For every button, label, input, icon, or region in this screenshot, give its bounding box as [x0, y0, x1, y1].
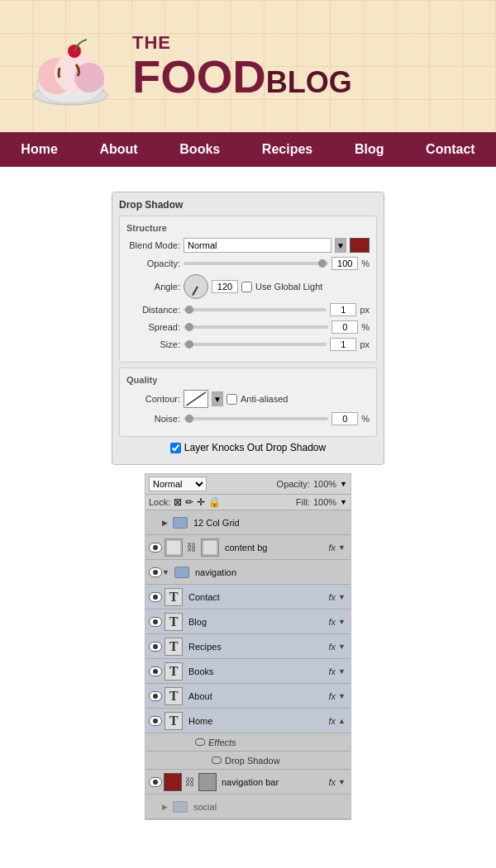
layer-name-social: social [193, 802, 347, 812]
layer-expand-icon-contact: ▼ [338, 593, 346, 601]
nav-recipes[interactable]: Recipes [247, 142, 327, 157]
quality-section: Quality Contour: ▼ Anti-aliased Noise: [119, 368, 377, 437]
layer-books[interactable]: T Books fx ▼ [145, 659, 351, 684]
layer-blog[interactable]: T Blog fx ▼ [145, 609, 351, 634]
effects-label: Effects [208, 738, 236, 747]
structure-section: Structure Blend Mode: Normal Multiply Sc… [119, 216, 377, 363]
blend-mode-row: Blend Mode: Normal Multiply Screen ▼ [126, 238, 370, 253]
layer-knocks-checkbox[interactable] [170, 443, 181, 453]
nav-books[interactable]: Books [165, 142, 235, 157]
nav-home[interactable]: Home [6, 142, 72, 157]
structure-label: Structure [126, 223, 370, 233]
lock-move-icon: ✛ [197, 496, 205, 508]
opacity-input[interactable] [331, 257, 358, 270]
noise-input[interactable] [331, 412, 358, 425]
layer-navigation[interactable]: ▼ navigation [145, 560, 351, 585]
thumb-blog: T [165, 613, 183, 631]
opacity-unit: % [361, 259, 370, 268]
blend-color-swatch[interactable] [350, 238, 370, 253]
anti-alias-checkbox[interactable] [227, 394, 237, 405]
thumb2-content-bg [201, 538, 219, 557]
blend-mode-label: Blend Mode: [126, 240, 180, 250]
layer-12-col-grid[interactable]: ▶ 12 Col Grid [145, 510, 351, 535]
layer-recipes[interactable]: T Recipes fx ▼ [145, 634, 351, 659]
layer-social[interactable]: ▶ social [145, 794, 351, 819]
size-slider[interactable] [184, 343, 327, 346]
fx-badge-nav-bar: fx [329, 777, 336, 787]
lock-label: Lock: [149, 497, 170, 507]
thumb-content-bg [165, 538, 183, 557]
eye-icon-blog[interactable] [149, 617, 162, 627]
eye-icon-about[interactable] [149, 691, 162, 701]
layer-name-content-bg: content bg [225, 543, 329, 553]
layer-content-bg[interactable]: ⛓ content bg fx ▼ [145, 535, 351, 560]
opacity-slider[interactable] [184, 262, 328, 265]
fill-arrow-icon: ▼ [340, 498, 347, 506]
fx-badge-blog: fx [329, 617, 336, 627]
layer-name-contact: Contact [188, 592, 329, 602]
nav-blog[interactable]: Blog [340, 142, 399, 157]
drop-shadow-panel: Drop Shadow Structure Blend Mode: Normal… [112, 192, 384, 465]
size-label: Size: [126, 339, 180, 349]
fx-badge-contact: fx [329, 592, 336, 602]
angle-label: Angle: [126, 282, 180, 292]
fx-badge-books: fx [329, 666, 336, 676]
layer-home[interactable]: T Home fx ▲ [145, 709, 351, 733]
opacity-layers-value: 100% [313, 479, 336, 489]
angle-input[interactable] [212, 280, 238, 293]
eye-icon-contact[interactable] [149, 592, 162, 602]
blend-mode-select[interactable]: Normal Multiply Screen [184, 238, 331, 253]
size-row: Size: px [126, 338, 370, 351]
contour-arrow-icon: ▼ [212, 391, 223, 406]
layer-name-blog: Blog [188, 617, 329, 627]
size-input[interactable] [330, 338, 356, 351]
global-light-row: Use Global Light [241, 282, 322, 292]
distance-input[interactable] [330, 303, 356, 316]
contour-preview[interactable] [184, 390, 208, 408]
header: THE FOOD BLOG [0, 0, 496, 132]
distance-slider[interactable] [184, 308, 327, 311]
layer-name-nav-bar: navigation bar [222, 777, 329, 787]
global-light-checkbox[interactable] [241, 282, 252, 292]
thumb-nav-bar-red [164, 773, 182, 791]
thumb-nav-bar-gray [198, 773, 217, 791]
layer-name-recipes: Recipes [188, 642, 329, 652]
main-content: Drop Shadow Structure Blend Mode: Normal… [0, 167, 496, 868]
fx-badge-home: fx [329, 716, 336, 726]
eye-icon-effects[interactable] [195, 738, 205, 746]
eye-icon-recipes[interactable] [149, 642, 162, 652]
eye-icon-books[interactable] [149, 666, 162, 676]
spread-slider[interactable] [184, 325, 328, 329]
noise-unit: % [361, 414, 370, 424]
layers-panel: Normal Opacity: 100% ▼ Lock: ⊠ ✏ ✛ 🔒 Fil… [145, 473, 351, 820]
layer-expand-icon-nav-bar: ▼ [338, 778, 346, 786]
eye-icon-home[interactable] [149, 716, 162, 726]
layer-about[interactable]: T About fx ▼ [145, 684, 351, 709]
eye-icon-content-bg[interactable] [149, 543, 162, 553]
thumb-recipes: T [165, 638, 183, 656]
noise-row: Noise: % [126, 412, 370, 425]
folder-collapse-icon: ▶ [162, 519, 168, 527]
spread-input[interactable] [331, 320, 358, 334]
navbar: Home About Books Recipes Blog Contact [0, 132, 496, 167]
eye-icon-drop-shadow[interactable] [212, 757, 222, 764]
layer-expand-icon-books: ▼ [338, 667, 346, 676]
layer-name-12-col: 12 Col Grid [193, 518, 347, 528]
layer-contact[interactable]: T Contact fx ▼ [145, 585, 351, 609]
size-unit: px [360, 339, 370, 349]
eye-icon-nav-bar[interactable] [149, 777, 162, 787]
layer-expand-icon-about: ▼ [338, 692, 346, 700]
blend-mode-layers-select[interactable]: Normal [149, 477, 207, 491]
nav-contact[interactable]: Contact [411, 142, 490, 157]
layer-nav-bar[interactable]: ⛓ navigation bar fx ▼ [145, 770, 351, 794]
drop-shadow-row: Drop Shadow [145, 752, 351, 770]
nav-about[interactable]: About [84, 142, 152, 157]
angle-dial[interactable] [184, 274, 208, 299]
noise-slider[interactable] [184, 417, 328, 420]
opacity-arrow-icon: ▼ [340, 480, 347, 488]
eye-icon-navigation[interactable] [149, 567, 162, 577]
social-folder-shape [173, 801, 188, 813]
spread-row: Spread: % [126, 320, 370, 334]
chain-nav-bar: ⛓ [185, 776, 195, 788]
thumb-contact: T [165, 588, 183, 606]
